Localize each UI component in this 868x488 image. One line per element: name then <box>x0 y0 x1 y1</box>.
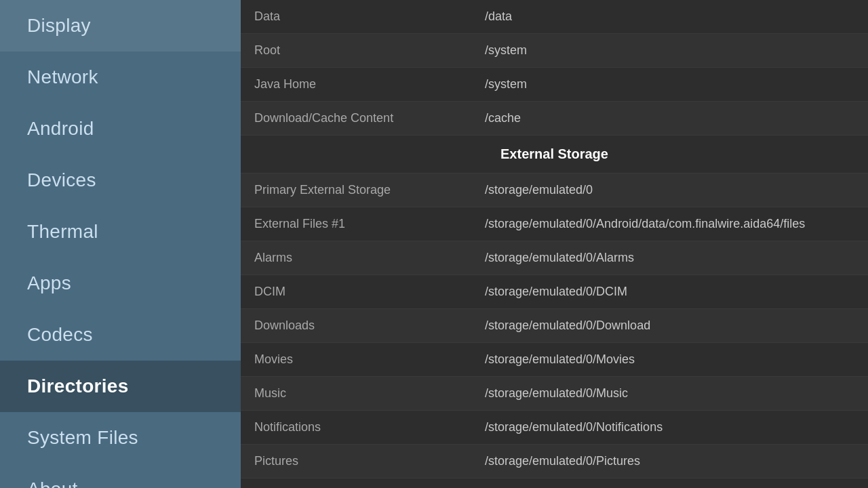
sidebar-item-about[interactable]: About <box>0 464 241 488</box>
table-row: Java Home/system <box>241 68 868 102</box>
row-label: Data <box>241 0 471 34</box>
sidebar: DisplayNetworkAndroidDevicesThermalAppsC… <box>0 0 241 488</box>
table-row: Download/Cache Content/cache <box>241 102 868 136</box>
row-value: /storage/emulated/0/Pictures <box>471 445 868 479</box>
directories-table: Data/dataRoot/systemJava Home/systemDown… <box>241 0 868 488</box>
row-value: /system <box>471 34 868 68</box>
sidebar-item-thermal[interactable]: Thermal <box>0 206 241 258</box>
sidebar-item-system-files[interactable]: System Files <box>0 412 241 464</box>
row-label: Root <box>241 34 471 68</box>
row-label: Java Home <box>241 68 471 102</box>
sidebar-item-directories[interactable]: Directories <box>0 361 241 412</box>
table-row: Music/storage/emulated/0/Music <box>241 377 868 411</box>
table-row: External Files #1/storage/emulated/0/And… <box>241 207 868 241</box>
row-value: /storage/emulated/0/Movies <box>471 343 868 377</box>
row-value: /storage/emulated/0/Notifications <box>471 411 868 445</box>
row-label: Alarms <box>241 241 471 275</box>
table-row: Notifications/storage/emulated/0/Notific… <box>241 411 868 445</box>
row-value: /storage/emulated/0 <box>471 174 868 207</box>
row-label: Download/Cache Content <box>241 102 471 136</box>
row-label: Primary External Storage <box>241 174 471 207</box>
row-value: /storage/emulated/0/Music <box>471 377 868 411</box>
row-value: /storage/emulated/0/Android/data/com.fin… <box>471 207 868 241</box>
row-value: /storage/emulated/0/Alarms <box>471 241 868 275</box>
row-label: Podcasts <box>241 479 471 489</box>
section-header-title: External Storage <box>241 136 868 174</box>
table-row: Pictures/storage/emulated/0/Pictures <box>241 445 868 479</box>
row-value: /cache <box>471 102 868 136</box>
table-row: Root/system <box>241 34 868 68</box>
row-value: /storage/emulated/0/Podcasts <box>471 479 868 489</box>
sidebar-item-display[interactable]: Display <box>0 0 241 52</box>
sidebar-item-codecs[interactable]: Codecs <box>0 309 241 361</box>
table-row: Podcasts/storage/emulated/0/Podcasts <box>241 479 868 489</box>
row-label: Downloads <box>241 309 471 343</box>
table-row: Movies/storage/emulated/0/Movies <box>241 343 868 377</box>
row-label: DCIM <box>241 275 471 309</box>
row-value: /data <box>471 0 868 34</box>
row-value: /storage/emulated/0/DCIM <box>471 275 868 309</box>
table-row: Downloads/storage/emulated/0/Download <box>241 309 868 343</box>
row-value: /system <box>471 68 868 102</box>
table-row: Data/data <box>241 0 868 34</box>
row-label: Pictures <box>241 445 471 479</box>
row-value: /storage/emulated/0/Download <box>471 309 868 343</box>
sidebar-item-android[interactable]: Android <box>0 103 241 155</box>
sidebar-item-devices[interactable]: Devices <box>0 155 241 206</box>
sidebar-item-network[interactable]: Network <box>0 52 241 103</box>
table-row: DCIM/storage/emulated/0/DCIM <box>241 275 868 309</box>
row-label: Movies <box>241 343 471 377</box>
row-label: Music <box>241 377 471 411</box>
table-row: Alarms/storage/emulated/0/Alarms <box>241 241 868 275</box>
row-label: Notifications <box>241 411 471 445</box>
sidebar-item-apps[interactable]: Apps <box>0 258 241 309</box>
main-content: Data/dataRoot/systemJava Home/systemDown… <box>241 0 868 488</box>
row-label: External Files #1 <box>241 207 471 241</box>
table-row: Primary External Storage/storage/emulate… <box>241 174 868 207</box>
section-header: External Storage <box>241 136 868 174</box>
